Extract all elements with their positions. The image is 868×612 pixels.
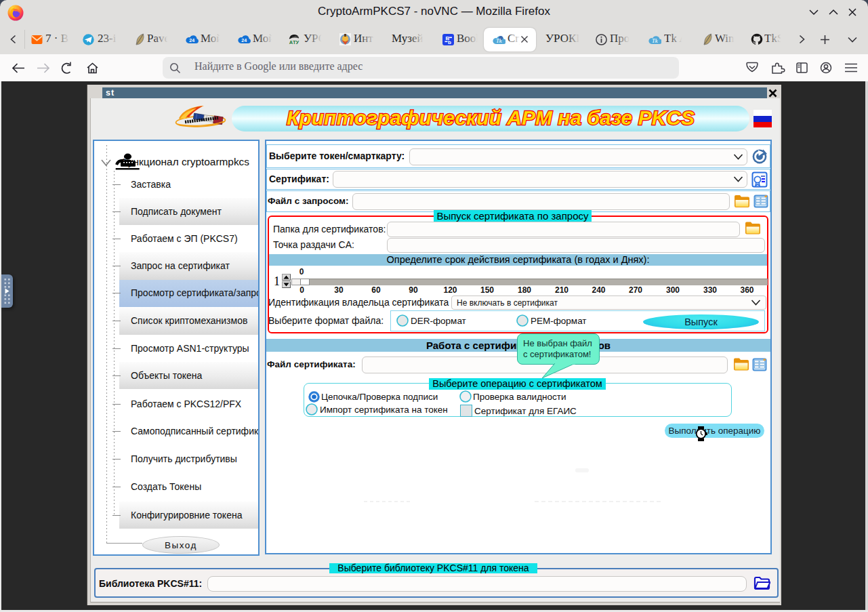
svg-text:b: b [448, 39, 451, 45]
svg-text:АТУ: АТУ [289, 39, 299, 45]
svg-text:Криптографический АРМ на базе: Криптографический АРМ на базе PKCS [287, 106, 695, 129]
svg-text:24: 24 [189, 38, 194, 43]
svg-text:Tk: Tk [496, 38, 502, 44]
svg-text:Tk: Tk [652, 38, 658, 44]
svg-text:24: 24 [241, 38, 247, 43]
